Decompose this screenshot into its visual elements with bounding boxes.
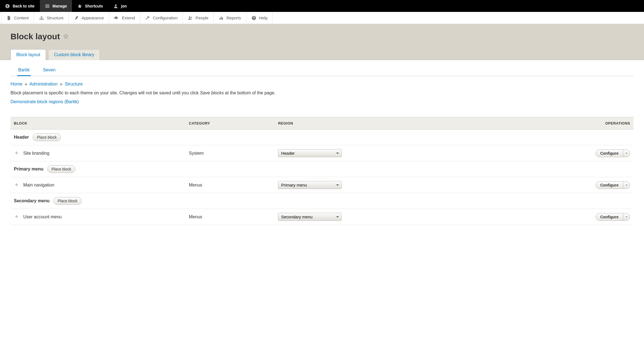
svg-point-3 [39, 19, 40, 20]
region-select[interactable]: Header [278, 149, 342, 157]
svg-point-0 [6, 4, 10, 8]
primary-tab[interactable]: Block layout [11, 49, 46, 60]
region-title: Primary menu [14, 167, 43, 172]
operations-dropbutton: Configure [596, 149, 630, 157]
col-block: BLOCK [11, 117, 186, 130]
table-header-row: BLOCK CATEGORY REGION OPERATIONS [11, 117, 633, 130]
block-category: Menus [186, 177, 275, 193]
admin-menu-people[interactable]: People [183, 12, 214, 24]
svg-point-1 [115, 4, 117, 6]
toolbar-user[interactable]: jon [108, 0, 132, 12]
region-select[interactable]: Secondary menu [278, 213, 342, 221]
svg-rect-8 [220, 18, 220, 20]
primary-tabs: Block layoutCustom block library [11, 49, 633, 60]
drag-handle-icon[interactable] [14, 215, 19, 219]
person-icon [113, 4, 118, 9]
col-category: CATEGORY [186, 117, 275, 130]
block-row: User account menuMenusSecondary menuConf… [11, 209, 633, 225]
operations-dropdown-toggle[interactable] [623, 213, 630, 221]
secondary-tab[interactable]: Bartik [17, 65, 31, 76]
breadcrumb-link[interactable]: Home [11, 82, 22, 86]
admin-menu-structure[interactable]: Structure [34, 12, 69, 24]
bars-icon [219, 15, 224, 20]
wrench-icon [145, 15, 150, 20]
primary-tab[interactable]: Custom block library [48, 49, 100, 60]
chevron-left-circle-icon [5, 4, 10, 9]
col-operations: OPERATIONS [501, 117, 633, 130]
block-name: Main navigation [23, 183, 54, 188]
configure-button[interactable]: Configure [596, 213, 623, 221]
toolbar-back-to-site[interactable]: Back to site [0, 0, 40, 12]
admin-menu-extend[interactable]: Extend [109, 12, 140, 24]
admin-menu-label: Extend [122, 15, 135, 20]
configure-button[interactable]: Configure [596, 150, 623, 157]
drag-handle-icon[interactable] [14, 151, 19, 156]
admin-menu-content[interactable]: Content [1, 12, 34, 24]
svg-point-6 [189, 16, 190, 18]
svg-rect-10 [222, 17, 223, 19]
admin-menu-appearance[interactable]: Appearance [69, 12, 109, 24]
toolbar-user-label: jon [121, 4, 127, 8]
breadcrumb-link[interactable]: Administration [29, 82, 57, 86]
breadcrumb-link[interactable]: Structure [65, 82, 83, 86]
region-title: Header [14, 135, 29, 140]
svg-point-4 [41, 19, 42, 20]
admin-menu-label: Structure [47, 15, 64, 20]
star-outline-icon [63, 33, 69, 39]
col-region: REGION [275, 117, 501, 130]
info-text: Block placement is specific to each them… [11, 90, 633, 95]
brush-icon [74, 15, 79, 20]
place-block-button[interactable]: Place block [53, 197, 82, 205]
admin-menu-label: People [195, 15, 208, 20]
toolbar-manage[interactable]: Manage [40, 0, 72, 12]
page-title: Block layout [11, 32, 60, 41]
block-row: Site brandingSystemHeaderConfigure [11, 145, 633, 161]
favorite-toggle[interactable] [63, 33, 69, 40]
file-icon [6, 15, 11, 20]
secondary-tabs: BartikSeven [11, 65, 633, 76]
admin-menu: ContentStructureAppearanceExtendConfigur… [0, 12, 644, 24]
admin-menu-label: Reports [226, 15, 241, 20]
admin-menu-configuration[interactable]: Configuration [140, 12, 183, 24]
demonstrate-regions-link[interactable]: Demonstrate block regions (Bartik) [11, 99, 79, 104]
breadcrumb-separator: » [59, 82, 64, 86]
toolbar-manage-label: Manage [53, 4, 67, 8]
blocks-table: BLOCK CATEGORY REGION OPERATIONS HeaderP… [11, 117, 633, 225]
info-post: at the bottom of the page. [224, 90, 275, 95]
region-header-row: HeaderPlace block [11, 130, 633, 145]
block-category: System [186, 145, 275, 161]
toolbar-back-label: Back to site [13, 4, 35, 8]
operations-dropdown-toggle[interactable] [623, 150, 630, 157]
breadcrumb: Home » Administration » Structure [11, 82, 633, 87]
svg-rect-9 [221, 17, 221, 20]
admin-menu-label: Configuration [153, 15, 177, 20]
operations-dropbutton: Configure [596, 181, 630, 189]
puzzle-icon [114, 15, 119, 20]
block-category: Menus [186, 209, 275, 225]
block-name: Site branding [23, 151, 49, 156]
admin-menu-label: Help [259, 15, 268, 20]
toolbar-shortcuts-label: Shortcuts [85, 4, 103, 8]
secondary-tab[interactable]: Seven [42, 65, 56, 76]
configure-button[interactable]: Configure [596, 182, 623, 189]
admin-menu-help[interactable]: Help [246, 12, 273, 24]
star-icon [77, 4, 82, 9]
place-block-button[interactable]: Place block [33, 133, 61, 141]
content-area: BartikSeven Home » Administration » Stru… [0, 60, 644, 225]
block-name: User account menu [23, 214, 62, 219]
operations-dropbutton: Configure [596, 213, 630, 221]
region-select[interactable]: Primary menu [278, 181, 342, 189]
people-icon [188, 15, 193, 20]
drag-handle-icon[interactable] [14, 183, 19, 187]
toolbar-shortcuts[interactable]: Shortcuts [72, 0, 108, 12]
admin-menu-label: Appearance [81, 15, 104, 20]
place-block-button[interactable]: Place block [47, 165, 76, 173]
breadcrumb-separator: » [24, 82, 29, 86]
title-region: Block layout Block layoutCustom block li… [0, 24, 644, 60]
hierarchy-icon [39, 15, 44, 20]
info-pre: Block placement is specific to each them… [11, 90, 200, 95]
svg-point-5 [42, 19, 43, 20]
admin-menu-reports[interactable]: Reports [214, 12, 246, 24]
region-header-row: Secondary menuPlace block [11, 193, 633, 209]
operations-dropdown-toggle[interactable] [623, 182, 630, 189]
